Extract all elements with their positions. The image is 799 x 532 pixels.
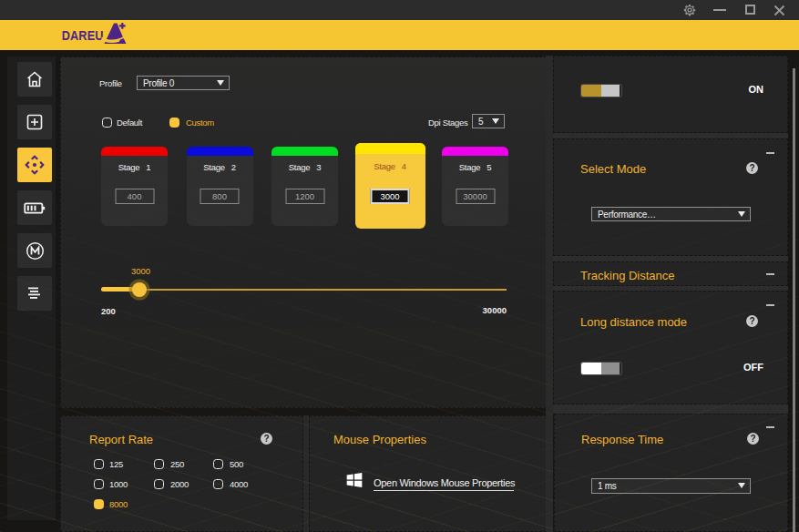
svg-text:DAREU: DAREU xyxy=(62,27,104,43)
